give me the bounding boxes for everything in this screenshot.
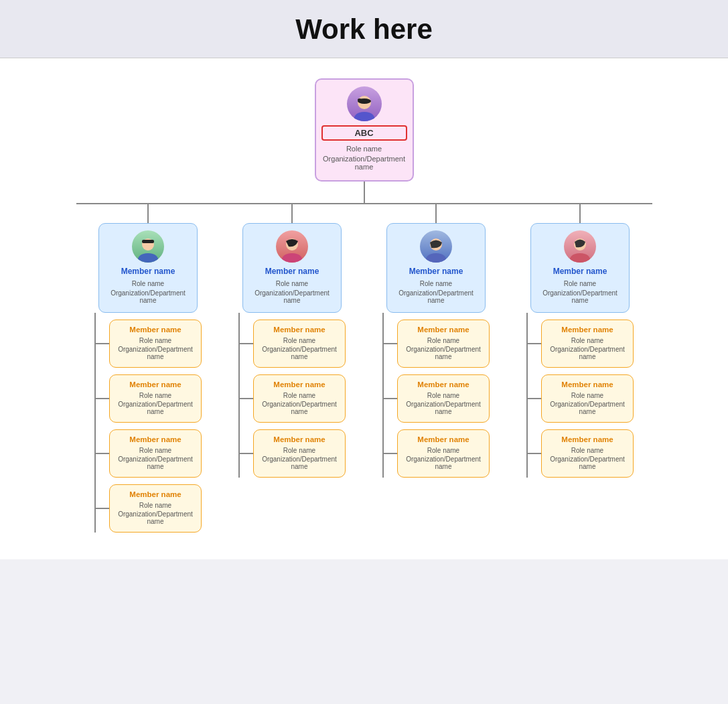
sub-item-2-1: Member name Role name Organization/Depar… <box>240 320 346 368</box>
yellow-card-4-3[interactable]: Member name Role name Organization/Depar… <box>541 429 634 478</box>
l2-vline-2 <box>291 204 293 223</box>
l2-card-4[interactable]: Member name Role name Organization/Depar… <box>530 223 630 313</box>
yc-name-2-3: Member name <box>259 435 340 443</box>
l2-below-2: Member name Role name Organization/Depar… <box>238 313 346 478</box>
yc-role-2-3: Role name <box>259 447 340 454</box>
yellow-card-4-2[interactable]: Member name Role name Organization/Depar… <box>541 374 634 423</box>
h-tick-2-2 <box>240 398 253 399</box>
sub-item-4-3: Member name Role name Organization/Depar… <box>528 429 634 478</box>
sub-item-3-1: Member name Role name Organization/Depar… <box>384 320 490 368</box>
sub-item-4-2: Member name Role name Organization/Depar… <box>528 374 634 423</box>
sub-item-4-1: Member name Role name Organization/Depar… <box>528 320 634 368</box>
svg-rect-4 <box>142 240 154 243</box>
l2-card-2[interactable]: Member name Role name Organization/Depar… <box>242 223 342 313</box>
sub-item-1-3: Member name Role name Organization/Depar… <box>96 429 202 478</box>
h-tick-1-1 <box>96 343 109 344</box>
main-content: ABC Role name Organization/Department na… <box>0 58 728 559</box>
l2-dept-4: Organization/Department name <box>536 289 624 304</box>
header: Work here <box>0 0 728 58</box>
sub-vbar-1 <box>94 313 96 533</box>
l2-role-2: Role name <box>248 280 336 287</box>
l2-dept-2: Organization/Department name <box>248 289 336 304</box>
yellow-card-1-3[interactable]: Member name Role name Organization/Depar… <box>109 429 202 478</box>
yc-dept-3-2: Organization/Department name <box>403 401 484 415</box>
h-tick-1-2 <box>96 398 109 399</box>
yc-name-1-4: Member name <box>115 490 196 498</box>
yellow-card-3-2[interactable]: Member name Role name Organization/Depar… <box>397 374 490 423</box>
l2-below-1: Member name Role name Organization/Depar… <box>94 313 202 533</box>
sub-items-1: Member name Role name Organization/Depar… <box>96 313 202 533</box>
yc-name-4-3: Member name <box>547 435 628 443</box>
yc-name-4-2: Member name <box>547 380 628 389</box>
l2-role-3: Role name <box>392 280 480 287</box>
yc-name-1-1: Member name <box>115 326 196 334</box>
yc-name-1-2: Member name <box>115 380 196 389</box>
l2-name-1: Member name <box>104 267 192 276</box>
yc-dept-2-2: Organization/Department name <box>259 401 340 415</box>
l2-dept-3: Organization/Department name <box>392 289 480 304</box>
yellow-card-2-1[interactable]: Member name Role name Organization/Depar… <box>253 320 346 368</box>
l2-avatar-1 <box>132 230 164 263</box>
root-role: Role name <box>321 145 407 153</box>
l2-role-1: Role name <box>104 280 192 287</box>
yc-role-4-1: Role name <box>547 337 628 344</box>
sub-item-1-1: Member name Role name Organization/Depar… <box>96 320 202 368</box>
yellow-card-1-4[interactable]: Member name Role name Organization/Depar… <box>109 484 202 533</box>
root-avatar-svg <box>350 92 379 121</box>
l2-branch-1: Member name Role name Organization/Depar… <box>76 204 220 533</box>
svg-point-2 <box>358 98 362 101</box>
l2-avatar-svg-4 <box>566 234 594 263</box>
yellow-card-3-3[interactable]: Member name Role name Organization/Depar… <box>397 429 490 478</box>
yc-name-4-1: Member name <box>547 326 628 334</box>
l2-name-4: Member name <box>536 267 624 276</box>
yc-role-2-1: Role name <box>259 337 340 344</box>
sub-item-2-3: Member name Role name Organization/Depar… <box>240 429 346 478</box>
l2-dept-1: Organization/Department name <box>104 289 192 304</box>
yc-role-4-2: Role name <box>547 392 628 399</box>
h-tick-3-2 <box>384 398 397 399</box>
yc-role-3-1: Role name <box>403 337 484 344</box>
root-card: ABC Role name Organization/Department na… <box>315 78 414 182</box>
h-tick-1-3 <box>96 453 109 454</box>
l2-vline-1 <box>147 204 149 223</box>
l2-card-3[interactable]: Member name Role name Organization/Depar… <box>386 223 486 313</box>
h-tick-3-1 <box>384 343 397 344</box>
yc-name-3-3: Member name <box>403 435 484 443</box>
yc-dept-2-3: Organization/Department name <box>259 455 340 470</box>
h-tick-4-1 <box>528 343 541 344</box>
sub-item-3-2: Member name Role name Organization/Depar… <box>384 374 490 423</box>
l2-branch-4: Member name Role name Organization/Depar… <box>508 204 652 533</box>
l2-below-4: Member name Role name Organization/Depar… <box>526 313 634 478</box>
h-tick-2-1 <box>240 343 253 344</box>
yc-name-3-1: Member name <box>403 326 484 334</box>
yc-name-1-3: Member name <box>115 435 196 443</box>
yc-role-1-3: Role name <box>115 447 196 454</box>
l2-name-2: Member name <box>248 267 336 276</box>
yellow-card-2-3[interactable]: Member name Role name Organization/Depar… <box>253 429 346 478</box>
yellow-card-2-2[interactable]: Member name Role name Organization/Depar… <box>253 374 346 423</box>
l2-branch-3: Member name Role name Organization/Depar… <box>364 204 508 533</box>
yellow-card-1-1[interactable]: Member name Role name Organization/Depar… <box>109 320 202 368</box>
yc-dept-1-3: Organization/Department name <box>115 455 196 470</box>
l2-avatar-4 <box>564 230 596 263</box>
yc-role-4-3: Role name <box>547 447 628 454</box>
yc-role-1-1: Role name <box>115 337 196 344</box>
yc-dept-1-2: Organization/Department name <box>115 401 196 415</box>
l2-below-3: Member name Role name Organization/Depar… <box>382 313 490 478</box>
root-connector-v <box>364 182 365 203</box>
root-name-box: ABC <box>321 125 407 141</box>
yellow-card-4-1[interactable]: Member name Role name Organization/Depar… <box>541 320 634 368</box>
yc-role-3-2: Role name <box>403 392 484 399</box>
yellow-card-1-2[interactable]: Member name Role name Organization/Depar… <box>109 374 202 423</box>
yc-dept-1-1: Organization/Department name <box>115 346 196 360</box>
sub-item-1-4: Member name Role name Organization/Depar… <box>96 484 202 533</box>
l2-h-bar <box>76 203 652 204</box>
l2-card-1[interactable]: Member name Role name Organization/Depar… <box>98 223 198 313</box>
yc-dept-1-4: Organization/Department name <box>115 510 196 525</box>
h-tick-1-4 <box>96 508 109 509</box>
yc-dept-3-1: Organization/Department name <box>403 346 484 360</box>
l2-avatar-svg-3 <box>422 234 450 263</box>
yc-dept-2-1: Organization/Department name <box>259 346 340 360</box>
sub-item-3-3: Member name Role name Organization/Depar… <box>384 429 490 478</box>
yellow-card-3-1[interactable]: Member name Role name Organization/Depar… <box>397 320 490 368</box>
